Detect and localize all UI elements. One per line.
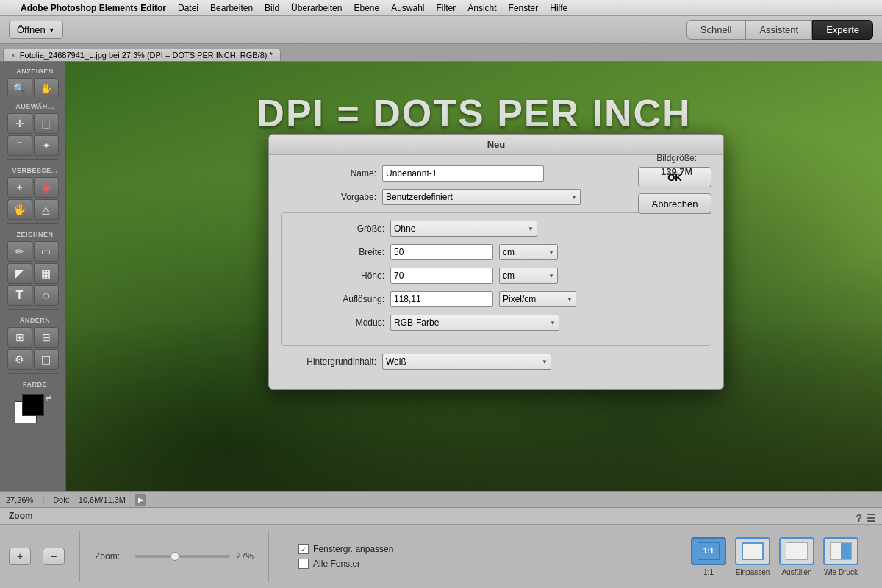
- aufloesung-unit-wrapper: Pixel/cm: [499, 291, 576, 307]
- lasso-tool[interactable]: ⌒: [7, 135, 32, 156]
- view-ausfuellen-inner: [786, 542, 808, 560]
- breite-unit-select[interactable]: cm: [499, 244, 558, 260]
- menu-bearbeiten[interactable]: Bearbeiten: [210, 3, 253, 13]
- zoom-tool[interactable]: 🔍: [7, 78, 32, 98]
- neu-dialog: Neu Name: Vorgabe: Benutzerdefiniert: [268, 134, 724, 390]
- foreground-color-swatch[interactable]: [22, 394, 44, 416]
- bottom-right-icons: ? ☰: [856, 512, 876, 524]
- menu-bar: Adobe Photoshop Elements Editor Datei Be…: [0, 0, 882, 16]
- hintergrund-select-wrapper: Weiß: [382, 354, 551, 370]
- view-einpassen-button[interactable]: [735, 537, 770, 565]
- view-1to1-label: 1:1: [703, 568, 714, 576]
- menu-fenster[interactable]: Fenster: [509, 3, 539, 13]
- aufloesung-input[interactable]: [390, 291, 493, 307]
- straighten-tool[interactable]: ⊟: [34, 327, 59, 348]
- zoom-in-button[interactable]: +: [9, 548, 31, 565]
- separator-2: [268, 531, 269, 582]
- red-eye-tool[interactable]: ◉: [34, 177, 59, 198]
- status-bar: 27,26% | Dok: 10,6M/11,3M ▶: [0, 491, 882, 507]
- hand-tool[interactable]: ✋: [34, 78, 59, 98]
- aendern-tools-1: ⊞ ⊟: [7, 327, 59, 348]
- mode-experte[interactable]: Experte: [812, 20, 873, 40]
- doc-value: 10,6M/11,3M: [79, 495, 126, 504]
- smudge-tool[interactable]: 🖐: [7, 199, 32, 220]
- status-separator: |: [42, 495, 44, 504]
- sharpen-tool[interactable]: △: [34, 199, 59, 220]
- eraser-tool[interactable]: ▭: [34, 241, 59, 262]
- content-tool[interactable]: ◫: [34, 349, 59, 370]
- zoom-slider-container: 27%: [135, 551, 254, 562]
- checkbox-row-1: Fenstergr. anpassen: [298, 544, 393, 554]
- type-tool[interactable]: T: [7, 285, 32, 306]
- move-tool[interactable]: ✛: [7, 113, 32, 134]
- name-input[interactable]: [382, 165, 544, 182]
- abbrechen-button[interactable]: Abbrechen: [638, 193, 711, 214]
- hoehe-label: Höhe:: [289, 270, 384, 281]
- recompose-tool[interactable]: ⚙: [7, 349, 32, 370]
- crop-tool[interactable]: ⊞: [7, 327, 32, 348]
- app-name: Adobe Photoshop Elements Editor: [21, 3, 166, 13]
- zoom-percent: 27%: [236, 551, 254, 562]
- tab-title: Fotolia_24687941_L.jpg bei 27,3% (DPI = …: [20, 51, 273, 60]
- menu-auswahl[interactable]: Auswahl: [391, 3, 424, 13]
- swap-colors-icon[interactable]: ⇄: [46, 394, 51, 402]
- checkbox-row-2: Alle Fenster: [298, 559, 393, 569]
- mode-schnell[interactable]: Schnell: [686, 20, 746, 40]
- groesse-select[interactable]: Ohne: [390, 220, 537, 237]
- zoom-slider[interactable]: [135, 555, 230, 558]
- zoom-slider-handle[interactable]: [171, 552, 179, 561]
- view-1to1-button[interactable]: 1:1: [691, 537, 726, 565]
- hintergrund-label: Hintergrundinhalt:: [281, 356, 376, 367]
- name-label: Name:: [281, 168, 376, 179]
- vorgabe-select[interactable]: Benutzerdefiniert: [382, 189, 581, 205]
- section-farbe: FARBE: [0, 381, 65, 388]
- modus-label: Modus:: [289, 318, 384, 328]
- progress-arrow[interactable]: ▶: [135, 494, 146, 506]
- oeffnen-dropdown-arrow: ▼: [49, 26, 55, 34]
- color-swatches: ⇄: [15, 394, 51, 423]
- hoehe-input[interactable]: [390, 268, 493, 284]
- bottom-content: + − Zoom: 27% Fenstergr. anpassen Alle F…: [0, 525, 882, 588]
- hoehe-unit-select[interactable]: cm: [499, 268, 558, 284]
- modus-select[interactable]: RGB-Farbe: [390, 315, 559, 331]
- view-wiedruck-button[interactable]: [823, 537, 858, 565]
- bucket-tool[interactable]: ◤: [7, 263, 32, 284]
- menu-filter[interactable]: Filter: [437, 3, 456, 13]
- zoom-out-button[interactable]: −: [43, 548, 65, 565]
- anzeigen-tools: 🔍 ✋: [7, 78, 59, 98]
- oeffnen-button[interactable]: Öffnen ▼: [9, 21, 63, 39]
- vorgabe-label: Vorgabe:: [281, 192, 376, 202]
- dialog-buttons: OK Abbrechen Bildgröße: 139,7M: [638, 167, 711, 214]
- document-tab[interactable]: × Fotolia_24687941_L.jpg bei 27,3% (DPI …: [3, 49, 281, 61]
- zeichnen-tools-3: T ⬡: [7, 285, 59, 306]
- marquee-tool[interactable]: ⬚: [34, 113, 59, 134]
- custom-shape-tool[interactable]: ⬡: [34, 285, 59, 306]
- aufloesung-unit-select[interactable]: Pixel/cm: [499, 291, 576, 307]
- aufloesung-row: Auflösung: Pixel/cm: [289, 291, 699, 307]
- menu-hilfe[interactable]: Hilfe: [550, 3, 567, 13]
- menu-ueberarbeiten[interactable]: Überarbeiten: [291, 3, 342, 13]
- menu-ebene[interactable]: Ebene: [354, 3, 379, 13]
- menu-ansicht[interactable]: Ansicht: [467, 3, 496, 13]
- view-einpassen-inner: [742, 542, 764, 560]
- vorgabe-select-wrapper: Benutzerdefiniert: [382, 189, 581, 205]
- zoom-section-title: Zoom: [9, 511, 33, 521]
- view-ausfuellen-button[interactable]: [779, 537, 814, 565]
- groesse-label: Größe:: [289, 223, 384, 234]
- fenstergr-checkbox[interactable]: [298, 544, 309, 554]
- gradient-tool[interactable]: ▦: [34, 263, 59, 284]
- menu-datei[interactable]: Datei: [178, 3, 198, 13]
- hintergrund-select[interactable]: Weiß: [382, 354, 551, 370]
- breite-input[interactable]: [390, 244, 493, 260]
- view-ausfuellen-label: Ausfüllen: [781, 568, 811, 576]
- magic-wand-tool[interactable]: ✦: [34, 135, 59, 156]
- brush-tool[interactable]: ✏: [7, 241, 32, 262]
- eyedrop-tool[interactable]: +: [7, 177, 32, 198]
- menu-icon[interactable]: ☰: [867, 512, 876, 524]
- section-verbessern: VERBESSE...: [0, 167, 65, 174]
- tab-close-icon[interactable]: ×: [11, 51, 15, 60]
- mode-assistent[interactable]: Assistent: [745, 20, 812, 40]
- alle-fenster-checkbox[interactable]: [298, 559, 309, 569]
- help-icon[interactable]: ?: [856, 512, 862, 524]
- menu-bild[interactable]: Bild: [265, 3, 279, 13]
